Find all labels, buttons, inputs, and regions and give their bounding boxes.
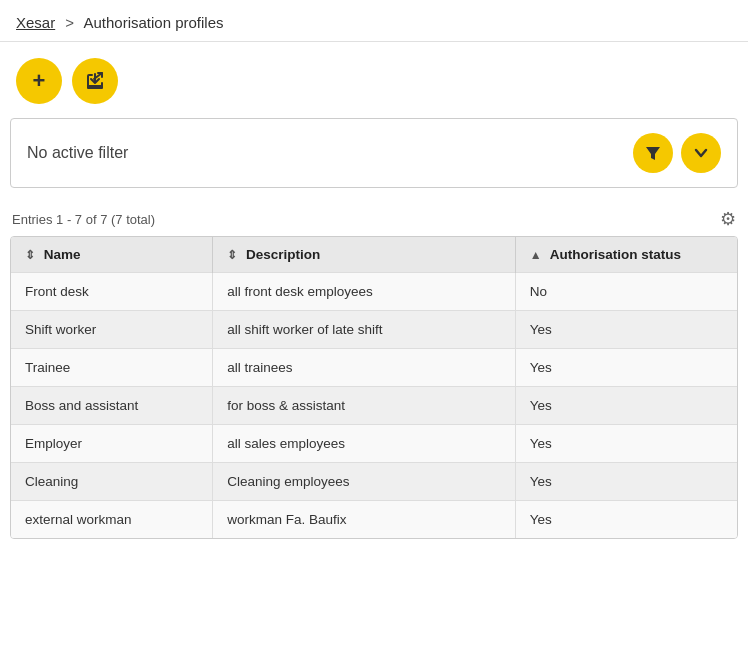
cell-description: Cleaning employees xyxy=(213,463,516,501)
col-header-name[interactable]: ⇕ Name xyxy=(11,237,213,273)
cell-auth-status: Yes xyxy=(515,349,737,387)
filter-actions xyxy=(633,133,721,173)
cell-auth-status: Yes xyxy=(515,501,737,539)
col-header-description[interactable]: ⇕ Description xyxy=(213,237,516,273)
table-row[interactable]: Traineeall traineesYes xyxy=(11,349,737,387)
cell-auth-status: No xyxy=(515,273,737,311)
table-row[interactable]: Shift workerall shift worker of late shi… xyxy=(11,311,737,349)
svg-marker-0 xyxy=(646,147,660,160)
cell-description: all trainees xyxy=(213,349,516,387)
entries-info: Entries 1 - 7 of 7 (7 total) ⚙ xyxy=(0,204,748,236)
table-row[interactable]: Boss and assistantfor boss & assistantYe… xyxy=(11,387,737,425)
table-row[interactable]: Front deskall front desk employeesNo xyxy=(11,273,737,311)
filter-bar: No active filter xyxy=(10,118,738,188)
toolbar: + xyxy=(0,42,748,118)
table-row[interactable]: external workmanworkman Fa. BaufixYes xyxy=(11,501,737,539)
export-icon xyxy=(84,70,106,92)
col-header-auth-status[interactable]: ▲ Authorisation status xyxy=(515,237,737,273)
breadcrumb-separator: > xyxy=(65,14,74,31)
table-header-row: ⇕ Name ⇕ Description ▲ Authorisation sta… xyxy=(11,237,737,273)
cell-name: Employer xyxy=(11,425,213,463)
settings-icon[interactable]: ⚙ xyxy=(720,208,736,230)
add-button[interactable]: + xyxy=(16,58,62,104)
cell-auth-status: Yes xyxy=(515,463,737,501)
sort-icon-description: ⇕ xyxy=(227,248,237,262)
cell-name: Boss and assistant xyxy=(11,387,213,425)
filter-icon xyxy=(644,144,662,162)
filter-button[interactable] xyxy=(633,133,673,173)
cell-description: all sales employees xyxy=(213,425,516,463)
cell-auth-status: Yes xyxy=(515,387,737,425)
cell-name: Front desk xyxy=(11,273,213,311)
data-table: ⇕ Name ⇕ Description ▲ Authorisation sta… xyxy=(10,236,738,539)
breadcrumb-parent-link[interactable]: Xesar xyxy=(16,14,55,31)
export-button[interactable] xyxy=(72,58,118,104)
cell-auth-status: Yes xyxy=(515,311,737,349)
filter-label: No active filter xyxy=(27,144,128,162)
breadcrumb-current: Authorisation profiles xyxy=(83,14,223,31)
cell-name: Shift worker xyxy=(11,311,213,349)
table-row[interactable]: CleaningCleaning employeesYes xyxy=(11,463,737,501)
sort-icon-name: ⇕ xyxy=(25,248,35,262)
chevron-down-icon xyxy=(692,144,710,162)
cell-description: for boss & assistant xyxy=(213,387,516,425)
cell-description: workman Fa. Baufix xyxy=(213,501,516,539)
cell-auth-status: Yes xyxy=(515,425,737,463)
entries-count: Entries 1 - 7 of 7 (7 total) xyxy=(12,212,155,227)
cell-description: all shift worker of late shift xyxy=(213,311,516,349)
cell-description: all front desk employees xyxy=(213,273,516,311)
cell-name: external workman xyxy=(11,501,213,539)
expand-filter-button[interactable] xyxy=(681,133,721,173)
breadcrumb: Xesar > Authorisation profiles xyxy=(0,0,748,42)
table-row[interactable]: Employerall sales employeesYes xyxy=(11,425,737,463)
sort-icon-auth: ▲ xyxy=(530,248,542,262)
cell-name: Trainee xyxy=(11,349,213,387)
cell-name: Cleaning xyxy=(11,463,213,501)
